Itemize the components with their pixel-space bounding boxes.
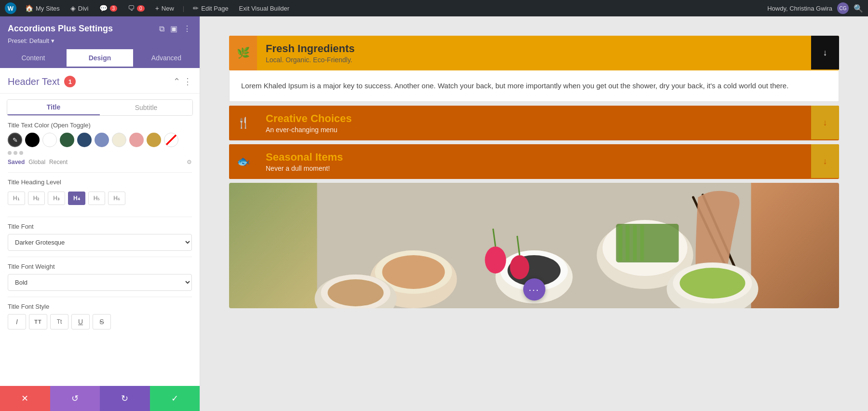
color-label: Title Text Color (Open Toggle) xyxy=(8,122,192,129)
accordion-fresh-body: Lorem Khaled Ipsum is a major key to suc… xyxy=(229,70,839,102)
heading-h4[interactable]: H₄ xyxy=(68,192,85,205)
sidebar-title: Accordions Plus Settings xyxy=(8,24,113,34)
home-icon: 🏠 xyxy=(25,4,33,12)
color-picker-area: Title Text Color (Open Toggle) ✎ xyxy=(0,122,200,171)
mysites-menu[interactable]: 🏠 My Sites xyxy=(23,3,62,13)
sidebar-content: Header Text 1 ⌃ ⋮ Title Subtitle Ti xyxy=(0,68,200,386)
color-tab-global[interactable]: Global xyxy=(28,159,45,165)
accordion-fresh-toggle[interactable]: ↓ xyxy=(811,36,839,69)
accordion-creative-title: Creative Choices xyxy=(266,112,802,125)
accordion-fresh: 🌿 Fresh Ingredients Local. Organic. Eco-… xyxy=(229,36,839,102)
svg-point-25 xyxy=(328,279,384,306)
accordion-seasonal-subtitle: Never a dull moment! xyxy=(266,164,802,172)
divider xyxy=(8,172,192,173)
font-style-uppercase[interactable]: TT xyxy=(29,314,47,329)
sidebar-tabs: Content Design Advanced xyxy=(0,49,200,68)
svg-point-15 xyxy=(510,255,529,279)
toggle-tabs: Title Subtitle xyxy=(7,99,193,116)
search-icon[interactable]: 🔍 xyxy=(854,4,863,13)
comments-icon: 💬 xyxy=(99,4,108,12)
heading-h5[interactable]: H₅ xyxy=(88,192,106,205)
font-style-underline[interactable]: U xyxy=(71,314,90,329)
accordion-creative-header[interactable]: 🍴 Creative Choices An ever-changing menu… xyxy=(229,106,839,140)
heading-h2[interactable]: H₂ xyxy=(28,192,45,205)
accordion-seasonal-header[interactable]: 🐟 Seasonal Items Never a dull moment! ↓ xyxy=(229,144,839,179)
accordion-creative-toggle[interactable]: ↓ xyxy=(811,106,839,139)
font-style-italic[interactable]: I xyxy=(8,314,26,329)
tab-advanced[interactable]: Advanced xyxy=(133,49,200,68)
heading-h1[interactable]: H₁ xyxy=(8,192,25,205)
tab-content[interactable]: Content xyxy=(0,49,67,68)
color-swatch-black[interactable] xyxy=(25,133,40,147)
toggle-tab-title[interactable]: Title xyxy=(7,100,100,115)
title-font-weight-select[interactable]: Bold xyxy=(8,274,192,291)
divi-menu[interactable]: ◈ Divi xyxy=(68,3,91,13)
divider-3 xyxy=(8,257,192,257)
toggle-tab-subtitle[interactable]: Subtitle xyxy=(100,100,192,115)
section-title: Header Text xyxy=(8,76,59,87)
accordion-seasonal: 🐟 Seasonal Items Never a dull moment! ↓ xyxy=(229,144,839,179)
more-options-icon[interactable]: ⋮ xyxy=(182,23,192,34)
eyedropper-swatch[interactable]: ✎ xyxy=(8,133,22,147)
accordion-creative-subtitle: An ever-changing menu xyxy=(266,126,802,134)
accordion-creative-text: Creative Choices An ever-changing menu xyxy=(257,106,811,140)
color-swatch-row: ✎ xyxy=(8,133,192,147)
tab-design[interactable]: Design xyxy=(67,49,133,68)
title-font-select[interactable]: Darker Grotesque xyxy=(8,234,192,251)
sidebar-header: Accordions Plus Settings ⧉ ▣ ⋮ Preset: D… xyxy=(0,16,200,49)
svg-rect-11 xyxy=(626,225,630,261)
window-icon[interactable]: ⧉ xyxy=(158,24,165,34)
color-swatch-pink[interactable] xyxy=(129,133,144,147)
color-swatch-lightblue[interactable] xyxy=(95,133,109,147)
svg-point-14 xyxy=(485,247,506,274)
font-style-strikethrough[interactable]: S xyxy=(93,314,111,329)
heading-h6[interactable]: H₆ xyxy=(108,192,125,205)
color-swatch-white[interactable] xyxy=(42,133,57,147)
fish-icon: 🐟 xyxy=(237,155,250,168)
accordion-seasonal-toggle[interactable]: ↓ xyxy=(811,144,839,178)
new-comment-menu[interactable]: 🗨 0 xyxy=(126,3,147,13)
font-style-capitalize[interactable]: Tt xyxy=(50,314,68,329)
svg-rect-13 xyxy=(640,225,644,261)
redo-button[interactable]: ↻ xyxy=(100,386,150,411)
user-avatar[interactable]: CG xyxy=(837,2,849,14)
divider-4 xyxy=(8,297,192,297)
utensils-icon: 🍴 xyxy=(237,117,250,129)
plus-icon: + xyxy=(155,4,159,12)
cancel-button[interactable]: ✕ xyxy=(0,386,50,411)
heading-h3[interactable]: H₃ xyxy=(48,192,65,205)
preset-selector[interactable]: Preset: Default ▾ xyxy=(8,37,192,44)
layout-icon[interactable]: ▣ xyxy=(169,23,178,34)
wp-logo-icon[interactable]: W xyxy=(5,2,16,14)
color-settings-icon[interactable]: ⚙ xyxy=(187,159,192,165)
color-swatch-clear[interactable] xyxy=(164,133,178,147)
section-more-icon[interactable]: ⋮ xyxy=(183,76,192,87)
wp-admin-bar: W 🏠 My Sites ◈ Divi 💬 3 🗨 0 + New | ✏ Ed… xyxy=(0,0,868,16)
color-swatch-darkgreen[interactable] xyxy=(60,133,74,147)
user-greeting: Howdy, Christina Gwira xyxy=(767,5,832,12)
color-swatch-darkblue[interactable] xyxy=(77,133,92,147)
comments-menu[interactable]: 💬 3 xyxy=(97,3,120,13)
color-tab-recent[interactable]: Recent xyxy=(49,159,68,165)
undo-button[interactable]: ↺ xyxy=(50,386,100,411)
heading-level-group: Title Heading Level H₁ H₂ H₃ H₄ H₅ H₆ xyxy=(0,174,200,216)
floating-action-button[interactable]: ··· xyxy=(523,278,545,301)
collapse-icon[interactable]: ⌃ xyxy=(173,76,180,87)
accordion-fresh-header[interactable]: 🌿 Fresh Ingredients Local. Organic. Eco-… xyxy=(229,36,839,70)
color-swatch-gold[interactable] xyxy=(147,133,161,147)
font-style-buttons: I TT Tt U S xyxy=(8,314,192,329)
eyedropper-icon: ✎ xyxy=(13,137,18,144)
exit-visual-builder-link[interactable]: Exit Visual Builder xyxy=(237,4,292,13)
new-menu[interactable]: + New xyxy=(153,3,176,13)
pencil-icon: ✏ xyxy=(193,4,199,12)
svg-point-3 xyxy=(382,255,445,289)
divi-icon: ◈ xyxy=(70,4,76,12)
edit-page-link[interactable]: ✏ Edit Page xyxy=(191,3,230,13)
save-button[interactable]: ✓ xyxy=(150,386,200,411)
chat-icon: 🗨 xyxy=(128,4,135,12)
title-font-style-label: Title Font Style xyxy=(8,303,192,310)
svg-rect-10 xyxy=(619,225,623,261)
color-tab-saved[interactable]: Saved xyxy=(8,159,25,165)
color-swatch-cream[interactable] xyxy=(112,133,126,147)
color-dots xyxy=(8,151,192,155)
